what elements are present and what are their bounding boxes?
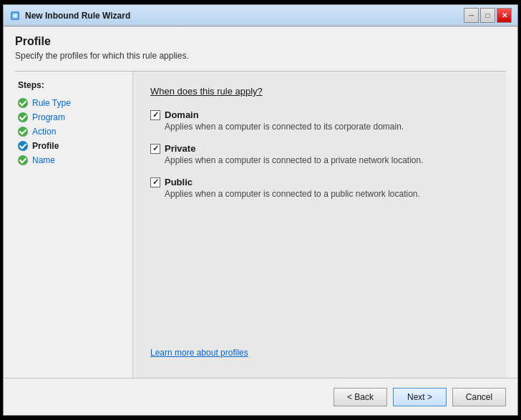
- page-title: Profile: [15, 35, 506, 48]
- titlebar-left: New Inbound Rule Wizard: [9, 10, 130, 21]
- window-icon: [9, 10, 21, 21]
- sidebar-item-label-action: Action: [32, 127, 56, 137]
- public-option: Public Applies when a computer is connec…: [150, 177, 489, 199]
- page-header: Profile Specify the profiles for which t…: [15, 35, 506, 68]
- question-underline-text: When: [150, 86, 175, 97]
- step-dot-name: [18, 155, 28, 165]
- sidebar-item-profile[interactable]: Profile: [15, 139, 132, 153]
- step-dot-program: [18, 112, 28, 122]
- step-dot-action: [18, 127, 28, 137]
- page-subtitle: Specify the profiles for which this rule…: [15, 51, 506, 61]
- private-option-row: Private: [150, 143, 489, 154]
- sidebar-item-rule-type[interactable]: Rule Type: [15, 96, 132, 110]
- domain-desc: Applies when a computer is connected to …: [150, 122, 489, 132]
- private-name: Private: [165, 143, 195, 154]
- step-dot-profile: [18, 141, 28, 151]
- sidebar: Steps: Rule Type Program Action Profile: [15, 72, 133, 378]
- maximize-button[interactable]: □: [480, 8, 495, 23]
- public-desc: Applies when a computer is connected to …: [150, 189, 489, 199]
- sidebar-item-label-rule-type: Rule Type: [32, 98, 71, 108]
- footer: < Back Next > Cancel: [4, 378, 517, 415]
- public-option-row: Public: [150, 177, 489, 187]
- public-name: Public: [165, 177, 193, 187]
- private-checkbox[interactable]: [150, 144, 160, 154]
- question-rest: does this rule apply?: [175, 86, 263, 97]
- sidebar-item-action[interactable]: Action: [15, 124, 132, 139]
- sidebar-item-name[interactable]: Name: [15, 153, 132, 167]
- sidebar-item-label-profile: Profile: [32, 141, 59, 151]
- domain-option: Domain Applies when a computer is connec…: [150, 109, 489, 132]
- public-checkbox[interactable]: [150, 177, 160, 187]
- right-panel: When does this rule apply? Domain Applie…: [133, 72, 506, 378]
- domain-option-row: Domain: [150, 109, 489, 120]
- next-button[interactable]: Next >: [393, 388, 447, 406]
- titlebar: New Inbound Rule Wizard ─ □ ✕: [4, 5, 517, 26]
- private-desc: Applies when a computer is connected to …: [150, 155, 489, 165]
- sidebar-item-label-name: Name: [32, 155, 55, 165]
- sidebar-item-label-program: Program: [32, 112, 65, 122]
- titlebar-controls: ─ □ ✕: [464, 8, 512, 23]
- content-area: Profile Specify the profiles for which t…: [4, 26, 517, 378]
- domain-name: Domain: [165, 109, 199, 120]
- learn-more-link[interactable]: Learn more about profiles: [150, 348, 248, 358]
- domain-checkbox[interactable]: [150, 110, 160, 120]
- learn-more-area: Learn more about profiles: [150, 347, 489, 363]
- minimize-button[interactable]: ─: [464, 8, 479, 23]
- window-title: New Inbound Rule Wizard: [25, 11, 130, 21]
- wizard-window: New Inbound Rule Wizard ─ □ ✕ Profile Sp…: [3, 4, 518, 416]
- cancel-button[interactable]: Cancel: [452, 388, 506, 406]
- close-button[interactable]: ✕: [497, 8, 512, 23]
- private-option: Private Applies when a computer is conne…: [150, 143, 489, 165]
- sidebar-item-program[interactable]: Program: [15, 110, 132, 124]
- question-label: When does this rule apply?: [150, 86, 489, 97]
- back-button[interactable]: < Back: [333, 388, 387, 406]
- step-dot-rule-type: [18, 98, 28, 108]
- main-body: Steps: Rule Type Program Action Profile: [15, 72, 506, 378]
- steps-label: Steps:: [15, 80, 132, 90]
- svg-rect-1: [12, 13, 18, 19]
